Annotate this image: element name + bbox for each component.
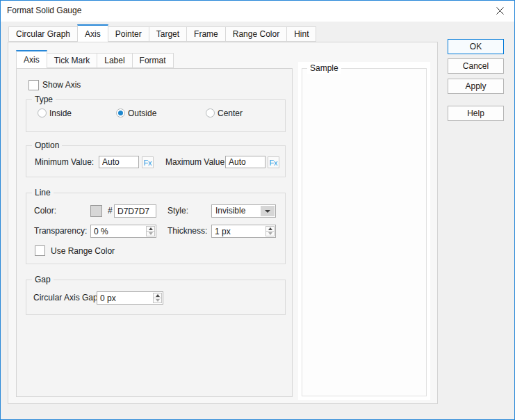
arrow-down-icon bbox=[149, 232, 153, 235]
inner-tab-strip: Axis Tick Mark Label Format bbox=[16, 50, 174, 68]
minimum-fx-button[interactable]: Fx bbox=[142, 156, 154, 168]
sample-legend: Sample bbox=[307, 63, 341, 74]
cancel-button[interactable]: Cancel bbox=[448, 58, 504, 74]
arrow-up-icon bbox=[156, 294, 160, 297]
subtab-format[interactable]: Format bbox=[132, 53, 174, 68]
thickness-label: Thickness: bbox=[167, 225, 207, 236]
minimum-value-input[interactable] bbox=[99, 156, 138, 168]
radio-outside-label: Outside bbox=[128, 108, 156, 119]
maximum-fx-button[interactable]: Fx bbox=[268, 156, 279, 168]
thickness-spin-buttons bbox=[265, 226, 275, 236]
color-label: Color: bbox=[34, 205, 56, 216]
use-range-color-label: Use Range Color bbox=[51, 245, 115, 257]
spin-down-button[interactable] bbox=[147, 231, 154, 236]
sample-preview-area: Sample bbox=[302, 68, 427, 396]
tab-range-color[interactable]: Range Color bbox=[225, 26, 287, 42]
subtab-label[interactable]: Label bbox=[97, 53, 132, 68]
subtab-axis[interactable]: Axis bbox=[16, 50, 47, 69]
spin-down-button[interactable] bbox=[154, 298, 161, 302]
tab-axis[interactable]: Axis bbox=[77, 24, 108, 42]
option-group-legend: Option bbox=[32, 140, 62, 151]
arrow-up-icon bbox=[268, 227, 272, 230]
close-icon bbox=[496, 7, 504, 15]
use-range-color-checkbox[interactable] bbox=[35, 245, 45, 256]
type-group-legend: Type bbox=[32, 95, 56, 105]
minimum-value-label: Minimum Value: bbox=[35, 156, 94, 168]
minimum-value-field-wrap bbox=[99, 156, 139, 168]
style-dropdown-value: Invisible bbox=[212, 205, 260, 217]
show-axis-label: Show Axis bbox=[42, 79, 81, 90]
maximum-value-label: Maximum Value: bbox=[165, 156, 227, 168]
close-button[interactable] bbox=[488, 1, 512, 21]
title-bar: Format Solid Gauge bbox=[1, 1, 514, 22]
show-axis-checkbox[interactable] bbox=[28, 80, 39, 90]
transparency-spin-buttons bbox=[146, 226, 155, 236]
apply-button[interactable]: Apply bbox=[448, 79, 504, 94]
subtab-tick-mark[interactable]: Tick Mark bbox=[47, 53, 98, 68]
thickness-spinner bbox=[211, 225, 276, 238]
circular-axis-gap-spinner bbox=[97, 291, 163, 305]
radio-center[interactable] bbox=[206, 108, 215, 118]
maximum-value-input[interactable] bbox=[226, 156, 265, 168]
tab-circular-graph[interactable]: Circular Graph bbox=[8, 26, 78, 42]
ok-button[interactable]: OK bbox=[448, 39, 504, 54]
gap-group-legend: Gap bbox=[32, 275, 54, 285]
radio-outside[interactable] bbox=[116, 108, 125, 118]
format-solid-gauge-dialog: Format Solid Gauge Circular Graph Axis P… bbox=[0, 0, 515, 420]
transparency-label: Transparency: bbox=[34, 225, 87, 236]
arrow-down-icon bbox=[268, 232, 272, 235]
hex-field-wrap bbox=[114, 204, 156, 218]
radio-inside-label: Inside bbox=[49, 108, 72, 119]
transparency-spinner bbox=[90, 225, 156, 238]
thickness-input[interactable] bbox=[212, 225, 265, 237]
gap-spin-buttons bbox=[153, 293, 162, 303]
tab-hint[interactable]: Hint bbox=[286, 26, 316, 42]
style-dropdown[interactable]: Invisible bbox=[211, 204, 276, 218]
line-group-legend: Line bbox=[32, 188, 54, 198]
style-dropdown-button[interactable] bbox=[261, 206, 275, 216]
transparency-input[interactable] bbox=[91, 225, 145, 237]
dialog-title: Format Solid Gauge bbox=[7, 1, 81, 21]
tab-target[interactable]: Target bbox=[149, 26, 187, 42]
help-button[interactable]: Help bbox=[448, 106, 504, 121]
radio-inside[interactable] bbox=[38, 108, 47, 118]
style-label: Style: bbox=[167, 205, 188, 216]
arrow-up-icon bbox=[149, 227, 153, 230]
outer-tab-strip: Circular Graph Axis Pointer Target Frame… bbox=[8, 24, 316, 42]
tab-frame[interactable]: Frame bbox=[186, 26, 226, 42]
color-swatch[interactable] bbox=[90, 205, 102, 217]
arrow-down-icon bbox=[156, 299, 160, 302]
radio-center-label: Center bbox=[218, 108, 243, 119]
color-hex-input[interactable] bbox=[115, 205, 156, 217]
dropdown-arrow-icon bbox=[265, 210, 270, 213]
maximum-value-field-wrap bbox=[225, 156, 265, 168]
spin-down-button[interactable] bbox=[266, 231, 274, 236]
hex-hash-label: # bbox=[108, 205, 113, 216]
circular-axis-gap-label: Circular Axis Gap: bbox=[33, 292, 100, 303]
tab-pointer[interactable]: Pointer bbox=[108, 26, 149, 42]
circular-axis-gap-input[interactable] bbox=[97, 292, 152, 304]
axis-settings-page: Show Axis Type Inside Outside Center Opt… bbox=[16, 68, 293, 397]
sample-panel: Sample bbox=[298, 62, 430, 400]
